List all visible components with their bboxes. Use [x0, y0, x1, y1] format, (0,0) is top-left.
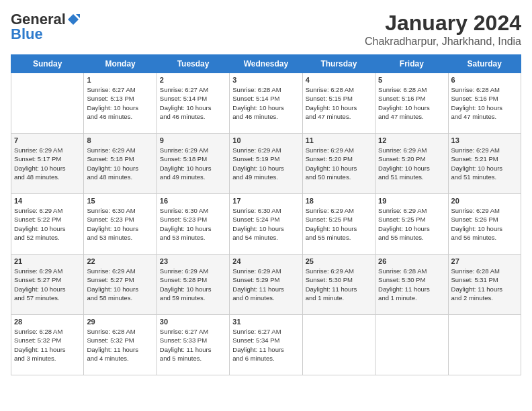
day-number: 13 [451, 136, 518, 144]
day-detail: Sunrise: 6:29 AM Sunset: 5:18 PM Dayligh… [160, 146, 212, 181]
day-cell: 29Sunrise: 6:28 AM Sunset: 5:32 PM Dayli… [84, 315, 157, 375]
calendar-header-monday: Monday [84, 55, 157, 73]
day-cell: 16Sunrise: 6:30 AM Sunset: 5:23 PM Dayli… [157, 194, 229, 255]
day-detail: Sunrise: 6:29 AM Sunset: 5:25 PM Dayligh… [306, 207, 357, 241]
calendar-header-row: SundayMondayTuesdayWednesdayThursdayFrid… [11, 55, 521, 73]
day-detail: Sunrise: 6:28 AM Sunset: 5:15 PM Dayligh… [306, 86, 357, 120]
day-cell: 20Sunrise: 6:29 AM Sunset: 5:26 PM Dayli… [448, 194, 521, 255]
day-number: 27 [451, 257, 518, 265]
day-detail: Sunrise: 6:29 AM Sunset: 5:22 PM Dayligh… [14, 207, 66, 241]
calendar-table: SundayMondayTuesdayWednesdayThursdayFrid… [11, 54, 521, 375]
day-cell: 17Sunrise: 6:30 AM Sunset: 5:24 PM Dayli… [230, 194, 302, 255]
day-detail: Sunrise: 6:29 AM Sunset: 5:18 PM Dayligh… [87, 146, 138, 181]
day-number: 30 [160, 318, 226, 326]
day-number: 20 [451, 197, 518, 205]
day-number: 6 [451, 76, 518, 84]
day-cell: 26Sunrise: 6:28 AM Sunset: 5:30 PM Dayli… [375, 255, 448, 315]
day-detail: Sunrise: 6:29 AM Sunset: 5:26 PM Dayligh… [451, 207, 503, 241]
day-cell: 21Sunrise: 6:29 AM Sunset: 5:27 PM Dayli… [11, 255, 84, 315]
day-number: 19 [378, 197, 445, 205]
month-title: January 2024 [365, 11, 521, 36]
day-detail: Sunrise: 6:29 AM Sunset: 5:27 PM Dayligh… [14, 267, 66, 302]
day-cell: 18Sunrise: 6:29 AM Sunset: 5:25 PM Dayli… [302, 194, 375, 255]
day-number: 15 [87, 197, 153, 205]
day-cell: 19Sunrise: 6:29 AM Sunset: 5:25 PM Dayli… [375, 194, 448, 255]
day-detail: Sunrise: 6:29 AM Sunset: 5:21 PM Dayligh… [451, 146, 503, 181]
week-row-2: 7Sunrise: 6:29 AM Sunset: 5:17 PM Daylig… [11, 134, 521, 194]
day-cell: 25Sunrise: 6:29 AM Sunset: 5:30 PM Dayli… [302, 255, 375, 315]
day-detail: Sunrise: 6:27 AM Sunset: 5:33 PM Dayligh… [160, 328, 212, 362]
svg-marker-0 [68, 14, 79, 25]
day-detail: Sunrise: 6:28 AM Sunset: 5:16 PM Dayligh… [451, 86, 503, 120]
day-cell: 7Sunrise: 6:29 AM Sunset: 5:17 PM Daylig… [11, 134, 84, 194]
day-detail: Sunrise: 6:29 AM Sunset: 5:30 PM Dayligh… [306, 267, 357, 302]
day-number: 22 [87, 257, 153, 265]
day-number: 24 [232, 257, 299, 265]
day-cell: 14Sunrise: 6:29 AM Sunset: 5:22 PM Dayli… [11, 194, 84, 255]
week-row-5: 28Sunrise: 6:28 AM Sunset: 5:32 PM Dayli… [11, 315, 521, 375]
day-cell [302, 315, 375, 375]
day-detail: Sunrise: 6:27 AM Sunset: 5:13 PM Dayligh… [87, 86, 138, 120]
day-number: 5 [378, 76, 445, 84]
day-cell: 12Sunrise: 6:29 AM Sunset: 5:20 PM Dayli… [375, 134, 448, 194]
day-number: 8 [87, 136, 153, 144]
calendar-header-sunday: Sunday [11, 55, 84, 73]
day-cell [448, 315, 521, 375]
day-detail: Sunrise: 6:28 AM Sunset: 5:16 PM Dayligh… [378, 86, 430, 120]
day-number: 29 [87, 318, 153, 326]
day-number: 17 [232, 197, 299, 205]
week-row-3: 14Sunrise: 6:29 AM Sunset: 5:22 PM Dayli… [11, 194, 521, 255]
calendar-header-thursday: Thursday [302, 55, 375, 73]
day-detail: Sunrise: 6:29 AM Sunset: 5:25 PM Dayligh… [378, 207, 430, 241]
calendar-header-tuesday: Tuesday [157, 55, 229, 73]
day-detail: Sunrise: 6:29 AM Sunset: 5:28 PM Dayligh… [160, 267, 212, 302]
day-number: 16 [160, 197, 226, 205]
logo-blue: Blue [11, 26, 43, 43]
calendar-header-friday: Friday [375, 55, 448, 73]
calendar-body: 1Sunrise: 6:27 AM Sunset: 5:13 PM Daylig… [11, 73, 521, 375]
day-detail: Sunrise: 6:28 AM Sunset: 5:32 PM Dayligh… [14, 328, 66, 362]
day-number: 23 [160, 257, 226, 265]
day-cell: 4Sunrise: 6:28 AM Sunset: 5:15 PM Daylig… [302, 73, 375, 134]
day-number: 31 [232, 318, 299, 326]
day-cell: 23Sunrise: 6:29 AM Sunset: 5:28 PM Dayli… [157, 255, 229, 315]
day-cell: 1Sunrise: 6:27 AM Sunset: 5:13 PM Daylig… [84, 73, 157, 134]
day-detail: Sunrise: 6:29 AM Sunset: 5:17 PM Dayligh… [14, 146, 66, 181]
day-detail: Sunrise: 6:30 AM Sunset: 5:24 PM Dayligh… [232, 207, 284, 241]
day-cell: 5Sunrise: 6:28 AM Sunset: 5:16 PM Daylig… [375, 73, 448, 134]
day-cell: 11Sunrise: 6:29 AM Sunset: 5:20 PM Dayli… [302, 134, 375, 194]
day-detail: Sunrise: 6:28 AM Sunset: 5:31 PM Dayligh… [451, 267, 503, 302]
day-cell: 28Sunrise: 6:28 AM Sunset: 5:32 PM Dayli… [11, 315, 84, 375]
day-cell: 9Sunrise: 6:29 AM Sunset: 5:18 PM Daylig… [157, 134, 229, 194]
day-number: 7 [14, 136, 81, 144]
day-cell: 8Sunrise: 6:29 AM Sunset: 5:18 PM Daylig… [84, 134, 157, 194]
day-detail: Sunrise: 6:27 AM Sunset: 5:34 PM Dayligh… [232, 328, 284, 362]
day-number: 1 [87, 76, 153, 84]
logo: General Blue [11, 11, 81, 43]
day-cell: 10Sunrise: 6:29 AM Sunset: 5:19 PM Dayli… [230, 134, 302, 194]
day-detail: Sunrise: 6:28 AM Sunset: 5:14 PM Dayligh… [232, 86, 284, 120]
day-number: 18 [306, 197, 372, 205]
day-number: 9 [160, 136, 226, 144]
title-area: January 2024 Chakradharpur, Jharkhand, I… [365, 11, 521, 48]
logo-icon [66, 13, 80, 26]
day-cell: 22Sunrise: 6:29 AM Sunset: 5:27 PM Dayli… [84, 255, 157, 315]
day-cell: 30Sunrise: 6:27 AM Sunset: 5:33 PM Dayli… [157, 315, 229, 375]
day-detail: Sunrise: 6:28 AM Sunset: 5:32 PM Dayligh… [87, 328, 138, 362]
day-detail: Sunrise: 6:28 AM Sunset: 5:30 PM Dayligh… [378, 267, 430, 302]
day-number: 21 [14, 257, 81, 265]
day-number: 4 [306, 76, 372, 84]
day-detail: Sunrise: 6:27 AM Sunset: 5:14 PM Dayligh… [160, 86, 212, 120]
day-cell: 24Sunrise: 6:29 AM Sunset: 5:29 PM Dayli… [230, 255, 302, 315]
day-detail: Sunrise: 6:29 AM Sunset: 5:29 PM Dayligh… [232, 267, 284, 302]
day-cell: 27Sunrise: 6:28 AM Sunset: 5:31 PM Dayli… [448, 255, 521, 315]
day-cell: 13Sunrise: 6:29 AM Sunset: 5:21 PM Dayli… [448, 134, 521, 194]
day-number: 14 [14, 197, 81, 205]
day-number: 28 [14, 318, 81, 326]
day-cell [11, 73, 84, 134]
day-detail: Sunrise: 6:29 AM Sunset: 5:20 PM Dayligh… [306, 146, 357, 181]
calendar-header-saturday: Saturday [448, 55, 521, 73]
day-number: 26 [378, 257, 445, 265]
day-cell: 15Sunrise: 6:30 AM Sunset: 5:23 PM Dayli… [84, 194, 157, 255]
header: General Blue January 2024 Chakradharpur,… [11, 11, 521, 48]
